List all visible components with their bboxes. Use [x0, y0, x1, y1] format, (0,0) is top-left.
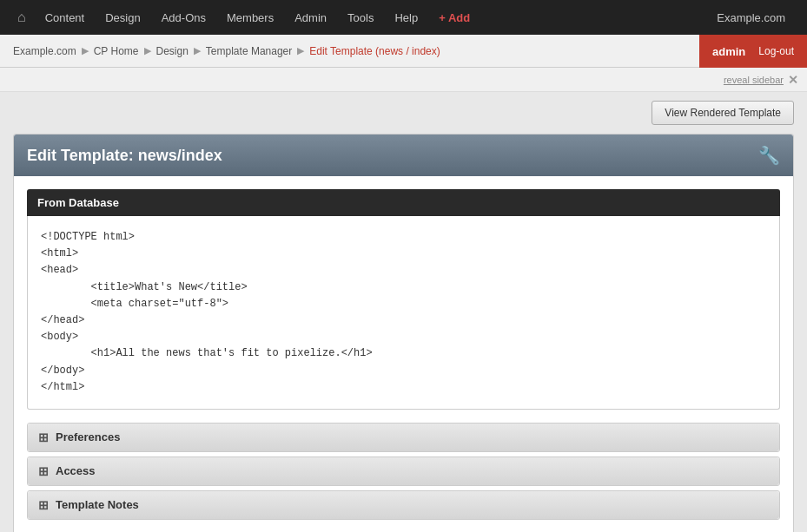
home-icon[interactable]: ⌂	[9, 10, 35, 25]
wrench-icon: 🔧	[758, 145, 780, 166]
breadcrumb-site[interactable]: Example.com	[13, 45, 76, 57]
admin-name: admin	[712, 45, 745, 58]
admin-bar: admin Log-out	[699, 35, 807, 68]
reveal-sidebar-close-icon[interactable]: ✕	[788, 73, 798, 87]
breadcrumb-bar: Example.com CP Home Design Template Mana…	[0, 35, 807, 68]
nav-tools[interactable]: Tools	[337, 0, 384, 35]
nav-add[interactable]: + Add	[428, 0, 480, 35]
breadcrumb-template-manager[interactable]: Template Manager	[206, 45, 292, 57]
breadcrumb-design[interactable]: Design	[156, 45, 189, 57]
nav-admin[interactable]: Admin	[284, 0, 337, 35]
nav-items: Content Design Add-Ons Members Admin Too…	[35, 0, 704, 35]
nav-addons[interactable]: Add-Ons	[151, 0, 216, 35]
toolbar-area: View Rendered Template	[0, 92, 807, 134]
preferences-label: Preferences	[56, 430, 120, 443]
reveal-sidebar-link[interactable]: reveal sidebar	[724, 75, 784, 85]
from-db-header: From Database	[27, 189, 780, 216]
breadcrumb: Example.com CP Home Design Template Mana…	[13, 45, 794, 57]
edit-panel-title: Edit Template: news/index	[27, 147, 222, 165]
edit-panel: Edit Template: news/index 🔧 From Databas…	[13, 134, 794, 532]
breadcrumb-sep-2	[144, 45, 151, 56]
top-nav: ⌂ Content Design Add-Ons Members Admin T…	[0, 0, 807, 35]
template-notes-header[interactable]: ⊞ Template Notes	[28, 491, 779, 519]
edit-panel-body: From Database <!DOCTYPE html> <html> <he…	[14, 176, 793, 532]
breadcrumb-cphome[interactable]: CP Home	[94, 45, 139, 57]
logout-link[interactable]: Log-out	[758, 45, 794, 57]
nav-members[interactable]: Members	[216, 0, 284, 35]
view-rendered-button[interactable]: View Rendered Template	[652, 101, 794, 125]
access-plus-icon: ⊞	[38, 464, 49, 478]
site-name: Example.com	[704, 11, 798, 24]
edit-panel-header: Edit Template: news/index 🔧	[14, 135, 793, 176]
from-db-section: From Database <!DOCTYPE html> <html> <he…	[27, 189, 780, 410]
template-notes-label: Template Notes	[56, 498, 139, 511]
access-label: Access	[56, 464, 96, 477]
code-editor[interactable]: <!DOCTYPE html> <html> <head> <title>Wha…	[27, 216, 780, 410]
breadcrumb-sep-3	[194, 45, 201, 56]
nav-design[interactable]: Design	[95, 0, 150, 35]
template-notes-plus-icon: ⊞	[38, 498, 49, 512]
preferences-plus-icon: ⊞	[38, 430, 49, 444]
main-content: Edit Template: news/index 🔧 From Databas…	[0, 134, 807, 532]
nav-help[interactable]: Help	[384, 0, 428, 35]
access-header[interactable]: ⊞ Access	[28, 457, 779, 485]
nav-content[interactable]: Content	[35, 0, 96, 35]
template-notes-section: ⊞ Template Notes	[27, 490, 780, 520]
preferences-header[interactable]: ⊞ Preferences	[28, 424, 779, 451]
preferences-section: ⊞ Preferences	[27, 423, 780, 452]
breadcrumb-sep-1	[82, 45, 89, 56]
breadcrumb-current: Edit Template (news / index)	[309, 45, 440, 57]
access-section: ⊞ Access	[27, 456, 780, 486]
breadcrumb-sep-4	[297, 45, 304, 56]
reveal-sidebar-bar: reveal sidebar ✕	[0, 68, 807, 92]
